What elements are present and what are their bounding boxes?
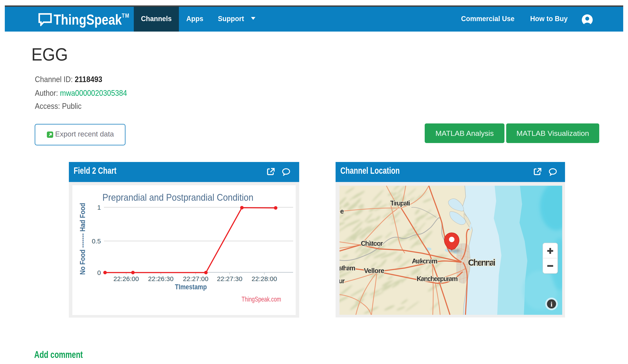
svg-text:atham: atham: [339, 264, 355, 272]
svg-text:i: i: [551, 300, 552, 308]
svg-text:Chittoor: Chittoor: [361, 240, 383, 247]
svg-text:e: e: [340, 207, 344, 215]
svg-text:ur: ur: [339, 277, 345, 285]
svg-text:Chennai: Chennai: [468, 257, 495, 268]
svg-text:Tirupati: Tirupati: [390, 199, 410, 207]
svg-text:Kancheepuram: Kancheepuram: [417, 275, 458, 283]
svg-text:Arakonam: Arakonam: [412, 257, 438, 265]
svg-text:Vellore: Vellore: [364, 267, 384, 275]
